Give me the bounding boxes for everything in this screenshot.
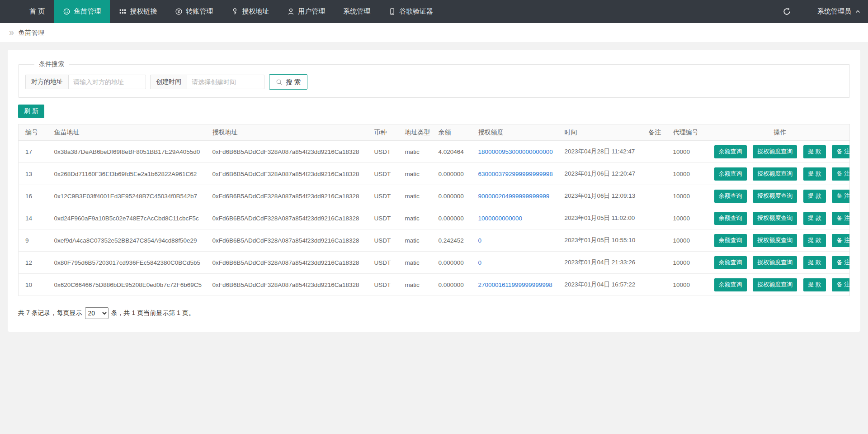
cell-auth-address: 0xFd6B6B5ADdCdF328A087a854f23dd9216Ca183…: [206, 163, 368, 185]
cell-fry-address: 0x620C6646675D886bDE95208E0ed0b7c72F6b69…: [47, 274, 206, 296]
column-header: 备注: [642, 124, 666, 141]
cell-currency: USDT: [368, 274, 398, 296]
cell-address-type: matic: [398, 141, 432, 163]
cell-quota-link[interactable]: 0: [472, 252, 558, 274]
withdraw-button[interactable]: 提 款: [803, 167, 826, 181]
cell-actions: 余额查询 授权额度查询 提 款 备 注: [711, 274, 850, 296]
column-header: 代理编号: [666, 124, 711, 141]
withdraw-button[interactable]: 提 款: [803, 234, 826, 247]
table-row: 12 0x80F795d6B57203017cd936FEc5842380C0B…: [19, 252, 850, 274]
refresh-icon[interactable]: [783, 7, 791, 16]
withdraw-button[interactable]: 提 款: [803, 256, 826, 269]
cell-quota-link[interactable]: 900000204999999999999: [472, 185, 558, 207]
phone-icon: [388, 8, 396, 15]
yen-circle-icon: [175, 8, 183, 15]
balance-query-button[interactable]: 余额查询: [714, 167, 747, 181]
column-header: 鱼苗地址: [47, 124, 206, 141]
withdraw-button[interactable]: 提 款: [803, 145, 826, 158]
cell-id: 9: [19, 229, 47, 252]
withdraw-button[interactable]: 提 款: [803, 212, 826, 225]
cell-balance: 0.000000: [432, 252, 472, 274]
search-fieldset: 条件搜索 对方的地址 创建时间 搜 索: [18, 60, 850, 98]
cell-quota-link[interactable]: 6300003792999999999998: [472, 163, 558, 185]
remark-button[interactable]: 备 注: [832, 256, 849, 269]
cell-actions: 余额查询 授权额度查询 提 款 备 注: [711, 163, 850, 185]
quota-query-button[interactable]: 授权额度查询: [753, 167, 797, 181]
table-row: 17 0x38a387DeAB6beDf69f8eBF8051BB17E29A4…: [19, 141, 850, 163]
cell-time: 2023年01月06日 12:20:47: [558, 163, 642, 185]
cell-fry-address: 0x80F795d6B57203017cd936FEc5842380C0BCd5…: [47, 252, 206, 274]
nav-item-fry-management[interactable]: 鱼苗管理: [54, 0, 110, 23]
remark-button[interactable]: 备 注: [832, 212, 849, 225]
cell-agent-id: 10000: [666, 229, 711, 252]
cell-quota-link[interactable]: 1800000953000000000000: [472, 141, 558, 163]
cell-currency: USDT: [368, 163, 398, 185]
time-label: 创建时间: [150, 75, 187, 89]
refresh-button[interactable]: 刷 新: [18, 105, 44, 118]
pagination: 共 7 条记录，每页显示 20 条，共 1 页当前显示第 1 页。: [18, 307, 850, 319]
nav-item-user-management[interactable]: 用户管理: [278, 0, 334, 23]
remark-button[interactable]: 备 注: [832, 278, 849, 291]
remark-button[interactable]: 备 注: [832, 167, 849, 181]
cell-currency: USDT: [368, 141, 398, 163]
balance-query-button[interactable]: 余额查询: [714, 278, 747, 291]
nav-item-system-management[interactable]: 系统管理: [334, 0, 379, 23]
nav-item-label: 谷歌验证器: [399, 7, 433, 16]
balance-query-button[interactable]: 余额查询: [714, 145, 747, 158]
balance-query-button[interactable]: 余额查询: [714, 256, 747, 269]
cell-remark: [642, 207, 666, 229]
cell-time: 2023年01月06日 12:09:13: [558, 185, 642, 207]
nav-item-google-authenticator[interactable]: 谷歌验证器: [379, 0, 442, 23]
quota-query-button[interactable]: 授权额度查询: [753, 256, 797, 269]
cell-balance: 4.020464: [432, 141, 472, 163]
nav-item-home[interactable]: 首 页: [20, 0, 54, 23]
table-row: 16 0x12C9B3E03ff4001Ed3E95248B7C45034f0B…: [19, 185, 850, 207]
time-input-group: 创建时间: [150, 75, 264, 89]
balance-query-button[interactable]: 余额查询: [714, 234, 747, 247]
balance-query-button[interactable]: 余额查询: [714, 190, 747, 203]
cell-agent-id: 10000: [666, 141, 711, 163]
quota-query-button[interactable]: 授权额度查询: [753, 278, 797, 291]
quota-query-button[interactable]: 授权额度查询: [753, 190, 797, 203]
cell-remark: [642, 185, 666, 207]
search-button[interactable]: 搜 索: [269, 74, 307, 90]
quota-query-button[interactable]: 授权额度查询: [753, 212, 797, 225]
chevron-up-icon: [855, 9, 861, 14]
remark-button[interactable]: 备 注: [832, 145, 849, 158]
pagination-suffix: 条，共 1 页当前显示第 1 页。: [111, 309, 195, 317]
cell-balance: 0.000000: [432, 163, 472, 185]
nav-item-auth-address[interactable]: 授权地址: [222, 0, 278, 23]
cell-fry-address: 0xef9dA4ca8C07352e52BB247C854A94cd88f50e…: [47, 229, 206, 252]
page-size-select[interactable]: 20: [85, 307, 108, 319]
quota-query-button[interactable]: 授权额度查询: [753, 145, 797, 158]
cell-time: 2023年01月04日 16:57:22: [558, 274, 642, 296]
cell-quota-link[interactable]: 1000000000000: [472, 207, 558, 229]
search-button-label: 搜 索: [286, 78, 301, 86]
cell-quota-link[interactable]: 2700001611999999999998: [472, 274, 558, 296]
table-row: 14 0xd24F960aF9a10B5c02e748E7cAcCbd8C11c…: [19, 207, 850, 229]
main-content: 条件搜索 对方的地址 创建时间 搜 索 刷 新: [0, 42, 868, 332]
quota-query-button[interactable]: 授权额度查询: [753, 234, 797, 247]
nav-item-auth-link[interactable]: 授权链接: [110, 0, 166, 23]
cell-agent-id: 10000: [666, 207, 711, 229]
address-label: 对方的地址: [25, 75, 68, 89]
cell-id: 12: [19, 252, 47, 274]
cell-agent-id: 10000: [666, 185, 711, 207]
nav-item-transfer-management[interactable]: 转账管理: [166, 0, 222, 23]
cell-time: 2023年01月05日 10:55:10: [558, 229, 642, 252]
remark-button[interactable]: 备 注: [832, 190, 849, 203]
cell-agent-id: 10000: [666, 274, 711, 296]
table-header-row: 编号鱼苗地址授权地址币种地址类型余额授权额度时间备注代理编号操作: [19, 124, 850, 141]
address-input[interactable]: [68, 75, 146, 89]
remark-button[interactable]: 备 注: [832, 234, 849, 247]
admin-menu[interactable]: 系统管理员: [817, 7, 861, 16]
cell-time: 2023年04月28日 11:42:47: [558, 141, 642, 163]
balance-query-button[interactable]: 余额查询: [714, 212, 747, 225]
cell-currency: USDT: [368, 252, 398, 274]
fish-fry-icon: [63, 8, 71, 15]
withdraw-button[interactable]: 提 款: [803, 190, 826, 203]
withdraw-button[interactable]: 提 款: [803, 278, 826, 291]
cell-agent-id: 10000: [666, 163, 711, 185]
cell-quota-link[interactable]: 0: [472, 229, 558, 252]
time-input[interactable]: [187, 75, 264, 89]
